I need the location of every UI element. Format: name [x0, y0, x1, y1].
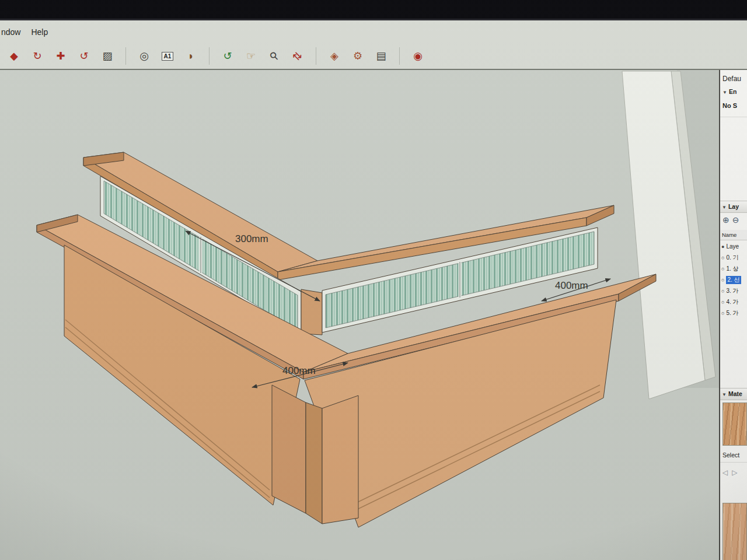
dimension-tool-button[interactable]: A1 — [158, 47, 177, 65]
magnifier-icon: ⚲ — [267, 49, 282, 64]
layer-label: 1. 상 — [726, 265, 738, 273]
corner-post — [301, 289, 322, 335]
paint-bucket-tool-button[interactable]: ◗ — [181, 47, 201, 65]
dim-label-400mm-corner: 400mm — [282, 365, 316, 376]
layers-panel-header[interactable]: ▼Lay — [720, 201, 747, 213]
layer-row[interactable]: ○ 4. 가 — [721, 296, 747, 307]
menu-bar: ndow Help — [0, 20, 747, 43]
rotate-tool-button[interactable]: ↺ — [74, 47, 94, 65]
tray-divider — [720, 462, 747, 463]
dim-label-400mm-right: 400mm — [555, 280, 588, 291]
layer-label: 2. 선 — [726, 276, 741, 284]
layer-radio[interactable]: ○ — [721, 277, 724, 283]
layer-row[interactable]: ○ 5. 가 — [721, 307, 747, 318]
collapse-arrow-icon: ▼ — [722, 205, 727, 210]
expand-arrows-icon: ⇄ — [290, 48, 305, 64]
layer-radio[interactable]: ○ — [721, 299, 724, 305]
tray-divider — [720, 117, 747, 117]
layer-buttons-row: ⊕⊖ — [722, 215, 742, 225]
toolbar-separator — [399, 47, 400, 65]
default-tray-panel: Defau ▼En No S ▼Lay ⊕⊖ Name ● Laye ○ 0. … — [719, 70, 747, 560]
corner-leg-left — [272, 385, 306, 513]
layer-row[interactable]: ○ 0. 기 — [721, 252, 747, 263]
layer-label: 0. 기 — [726, 254, 738, 262]
layer-label: Laye — [726, 243, 739, 250]
zoom-tool-button[interactable]: ⚲ — [264, 47, 284, 65]
remove-layer-button[interactable]: ⊖ — [732, 215, 742, 225]
layer-label: 4. 가 — [726, 298, 738, 306]
layer-radio[interactable]: ○ — [721, 266, 724, 272]
layers-header-label: Lay — [728, 203, 739, 210]
entity-info-header[interactable]: ▼En — [722, 88, 736, 95]
menu-help[interactable]: Help — [26, 27, 53, 37]
collapse-arrow-icon: ▼ — [722, 90, 727, 95]
view-tool-button[interactable]: ◉ — [408, 47, 428, 65]
rotate-copy-tool-button[interactable]: ↻ — [27, 47, 47, 65]
layer-row[interactable]: ● Laye — [721, 241, 747, 252]
no-selection-status: No S — [722, 102, 737, 109]
tray-title: Defau — [722, 75, 741, 83]
layer-label: 3. 가 — [726, 287, 738, 295]
toolbar-separator — [209, 47, 210, 65]
layer-label: 5. 가 — [726, 309, 738, 317]
layer-row[interactable]: ○ 3. 가 — [721, 285, 747, 296]
export-image-tool-button[interactable]: ▨ — [97, 47, 117, 65]
material-swatch-wood[interactable] — [722, 402, 747, 446]
pan-tool-button[interactable]: ☞ — [241, 47, 261, 65]
materials-tool-button[interactable]: ⚙ — [348, 47, 368, 65]
entity-info-label: En — [729, 88, 736, 95]
layers-list: ● Laye ○ 0. 기 ○ 1. 상 ○ 2. 선 ○ 3. 가 ○ 4. … — [721, 241, 747, 318]
a1-icon: A1 — [162, 52, 174, 61]
layer-row[interactable]: ○ 1. 상 — [721, 263, 747, 274]
back-arrow-button[interactable]: ◁ — [722, 468, 732, 477]
layer-row-selected[interactable]: ○ 2. 선 — [721, 274, 747, 285]
corner-leg-right — [322, 396, 358, 524]
select-tool-button[interactable]: ◆ — [4, 47, 24, 65]
materials-nav-row: ◁▷ — [722, 468, 741, 477]
layer-radio[interactable]: ○ — [721, 310, 724, 316]
zoom-extents-tool-button[interactable]: ⇄ — [288, 47, 308, 65]
menu-window[interactable]: ndow — [0, 27, 26, 37]
materials-select-tab[interactable]: Select — [722, 452, 739, 459]
toolbar-separator — [316, 47, 316, 65]
toolbar-separator — [125, 47, 126, 65]
layers-name-column-header[interactable]: Name — [720, 230, 747, 240]
sketchup-window: 300mm 400mm 400mm ndow Help ◆ ↻ ✚ ↺ ▨ ◎ … — [0, 0, 747, 560]
dim-label-300mm: 300mm — [235, 233, 268, 244]
add-layer-button[interactable]: ⊕ — [722, 215, 732, 225]
3d-viewport[interactable]: 300mm 400mm 400mm — [0, 0, 747, 560]
corner-leg-center — [306, 402, 322, 524]
forward-arrow-button[interactable]: ▷ — [732, 468, 741, 477]
move-tool-button[interactable]: ✚ — [51, 47, 71, 65]
styles-tool-button[interactable]: ◈ — [324, 47, 344, 65]
collapse-arrow-icon: ▼ — [722, 392, 727, 397]
export-tool-button[interactable]: ▤ — [371, 47, 391, 65]
material-preview-wood[interactable] — [722, 503, 747, 560]
zoom-window-tool-button[interactable]: ◎ — [134, 47, 154, 65]
layer-radio[interactable]: ● — [721, 244, 724, 250]
layer-radio[interactable]: ○ — [721, 288, 724, 294]
orbit-tool-button[interactable]: ↺ — [218, 47, 238, 65]
materials-header-label: Mate — [728, 390, 742, 397]
monitor-bezel — [0, 0, 747, 20]
materials-panel-header[interactable]: ▼Mate — [720, 388, 747, 400]
toolbar: ◆ ↻ ✚ ↺ ▨ ◎ A1 ◗ ↺ ☞ ⚲ ⇄ ◈ ⚙ ▤ ◉ — [0, 43, 747, 70]
layer-radio[interactable]: ○ — [721, 255, 724, 261]
